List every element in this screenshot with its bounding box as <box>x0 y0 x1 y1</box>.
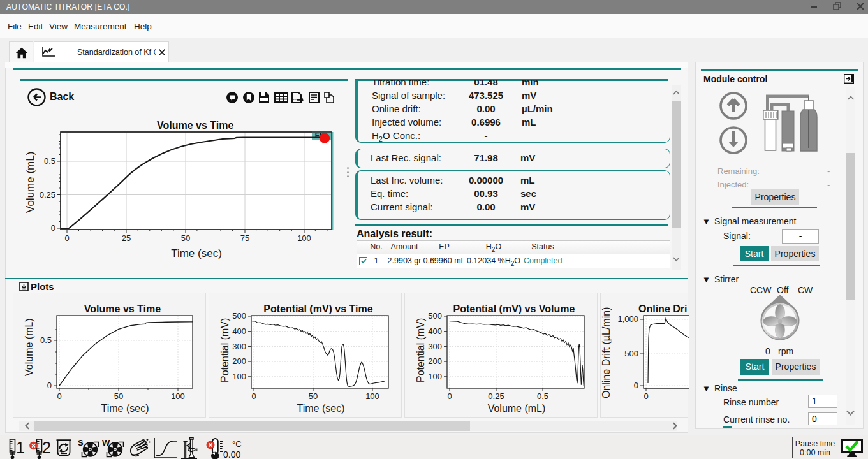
svg-text:50: 50 <box>181 233 190 243</box>
svg-text:Time (sec): Time (sec) <box>101 403 149 414</box>
svg-text:500: 500 <box>428 311 442 321</box>
svg-text:0: 0 <box>644 391 648 401</box>
svg-text:200: 200 <box>428 356 442 366</box>
svg-text:500: 500 <box>232 311 246 321</box>
svg-text:Time (sec): Time (sec) <box>171 247 222 259</box>
svg-text:100: 100 <box>297 233 311 243</box>
svg-text:100: 100 <box>232 372 246 381</box>
svg-text:Potential (mV): Potential (mV) <box>415 318 426 382</box>
svg-text:25: 25 <box>122 233 131 243</box>
svg-text:0: 0 <box>47 381 52 390</box>
svg-text:Volume (mL): Volume (mL) <box>488 403 546 414</box>
svg-text:50: 50 <box>114 391 123 401</box>
svg-text:200: 200 <box>232 356 246 366</box>
svg-text:50: 50 <box>309 391 318 401</box>
svg-text:Online Dri: Online Dri <box>638 303 687 314</box>
svg-text:1,000: 1,000 <box>617 314 638 324</box>
svg-text:Volume (mL): Volume (mL) <box>24 318 34 376</box>
svg-text:S: S <box>78 438 84 448</box>
svg-text:400: 400 <box>428 326 442 336</box>
svg-text:500: 500 <box>624 349 638 358</box>
svg-text:0: 0 <box>51 223 55 233</box>
svg-text:0: 0 <box>634 381 638 390</box>
svg-text:0.25: 0.25 <box>40 190 55 200</box>
svg-text:0: 0 <box>57 391 61 401</box>
svg-text:75: 75 <box>240 233 249 243</box>
svg-text:300: 300 <box>232 342 246 351</box>
svg-text:300: 300 <box>428 342 442 351</box>
svg-text:0.5: 0.5 <box>44 156 55 166</box>
svg-text:0: 0 <box>251 391 256 401</box>
svg-text:0.5: 0.5 <box>40 335 52 345</box>
svg-text:0: 0 <box>447 391 452 401</box>
svg-text:0.5: 0.5 <box>537 391 548 401</box>
svg-text:400: 400 <box>232 326 246 336</box>
svg-text:0: 0 <box>64 233 69 243</box>
svg-text:Online Drift (µL/min): Online Drift (µL/min) <box>601 307 612 398</box>
svg-text:Volume vs Time: Volume vs Time <box>84 303 161 314</box>
svg-text:Potential (mV) vs Time: Potential (mV) vs Time <box>263 303 372 314</box>
svg-text:Time (sec): Time (sec) <box>297 403 345 414</box>
svg-text:100: 100 <box>171 391 185 401</box>
svg-text:0.25: 0.25 <box>488 391 504 401</box>
svg-text:100: 100 <box>365 391 379 401</box>
svg-text:100: 100 <box>428 372 442 381</box>
svg-text:Potential (mV): Potential (mV) <box>219 318 230 382</box>
svg-text:Potential (mV) vs Volume: Potential (mV) vs Volume <box>453 303 575 314</box>
